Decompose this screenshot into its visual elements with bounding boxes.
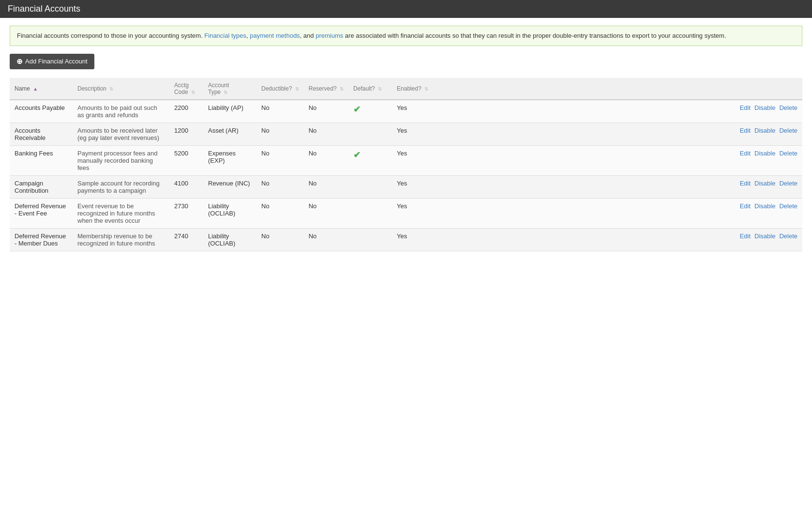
cell-name: Campaign Contribution	[10, 175, 73, 198]
info-text-before: Financial accounts correspond to those i…	[17, 32, 204, 39]
cell-description: Membership revenue to be recognized in f…	[73, 228, 169, 251]
disable-link[interactable]: Disable	[754, 104, 775, 111]
table-row: Banking FeesPayment processor fees and m…	[10, 145, 802, 175]
cell-actions: EditDisableDelete	[433, 198, 802, 228]
cell-default	[348, 123, 392, 145]
cell-enabled: Yes	[392, 175, 433, 198]
table-row: Deferred Revenue - Member DuesMembership…	[10, 228, 802, 251]
disable-link[interactable]: Disable	[754, 232, 775, 240]
cell-default	[348, 175, 392, 198]
table-header: Name ▲ Description ⇅ AcctgCode ⇅ Account…	[10, 78, 802, 100]
col-header-name[interactable]: Name ▲	[10, 78, 73, 100]
col-header-actions	[433, 78, 802, 100]
cell-deductible: No	[256, 123, 304, 145]
table-row: Accounts ReceivableAmounts to be receive…	[10, 123, 802, 145]
info-text-between2: , and	[300, 32, 316, 39]
cell-deductible: No	[256, 145, 304, 175]
premiums-link[interactable]: premiums	[316, 32, 343, 39]
table-row: Deferred Revenue - Event FeeEvent revenu…	[10, 198, 802, 228]
col-header-description[interactable]: Description ⇅	[73, 78, 169, 100]
cell-actions: EditDisableDelete	[433, 145, 802, 175]
edit-link[interactable]: Edit	[740, 104, 751, 111]
sort-arrows-deduct: ⇅	[295, 86, 299, 92]
checkmark-icon: ✔	[353, 150, 361, 160]
delete-link[interactable]: Delete	[779, 202, 797, 210]
col-header-reserved[interactable]: Reserved? ⇅	[304, 78, 348, 100]
cell-reserved: No	[304, 100, 348, 123]
cell-name: Deferred Revenue - Member Dues	[10, 228, 73, 251]
cell-description: Event revenue to be recognized in future…	[73, 198, 169, 228]
cell-reserved: No	[304, 198, 348, 228]
cell-enabled: Yes	[392, 145, 433, 175]
edit-link[interactable]: Edit	[740, 232, 751, 240]
financial-types-link[interactable]: Financial types	[204, 32, 246, 39]
cell-account-type: Liability (OCLIAB)	[203, 228, 256, 251]
col-header-default[interactable]: Default? ⇅	[348, 78, 392, 100]
financial-accounts-table: Name ▲ Description ⇅ AcctgCode ⇅ Account…	[10, 78, 802, 251]
cell-actions: EditDisableDelete	[433, 228, 802, 251]
add-financial-account-button[interactable]: ⊕ Add Financial Account	[10, 54, 94, 69]
cell-default	[348, 228, 392, 251]
cell-reserved: No	[304, 145, 348, 175]
cell-name: Deferred Revenue - Event Fee	[10, 198, 73, 228]
sort-arrows-desc: ⇅	[109, 86, 113, 92]
plus-icon: ⊕	[16, 57, 23, 66]
delete-link[interactable]: Delete	[779, 180, 797, 187]
sort-arrows-code: ⇅	[191, 90, 195, 95]
cell-deductible: No	[256, 175, 304, 198]
cell-reserved: No	[304, 228, 348, 251]
cell-acctg-code: 4100	[169, 175, 203, 198]
cell-account-type: Liability (AP)	[203, 100, 256, 123]
cell-deductible: No	[256, 228, 304, 251]
edit-link[interactable]: Edit	[740, 127, 751, 134]
cell-default: ✔	[348, 145, 392, 175]
edit-link[interactable]: Edit	[740, 202, 751, 210]
cell-name: Accounts Receivable	[10, 123, 73, 145]
cell-enabled: Yes	[392, 100, 433, 123]
cell-actions: EditDisableDelete	[433, 175, 802, 198]
cell-account-type: Liability (OCLIAB)	[203, 198, 256, 228]
disable-link[interactable]: Disable	[754, 150, 775, 157]
cell-enabled: Yes	[392, 198, 433, 228]
cell-acctg-code: 2740	[169, 228, 203, 251]
col-header-acctg-code[interactable]: AcctgCode ⇅	[169, 78, 203, 100]
disable-link[interactable]: Disable	[754, 127, 775, 134]
sort-arrows-default: ⇅	[378, 86, 382, 92]
sort-arrows-reserved: ⇅	[340, 86, 344, 92]
cell-actions: EditDisableDelete	[433, 100, 802, 123]
cell-reserved: No	[304, 175, 348, 198]
cell-description: Amounts to be received later (eg pay lat…	[73, 123, 169, 145]
cell-description: Amounts to be paid out such as grants an…	[73, 100, 169, 123]
sort-arrow-name: ▲	[33, 86, 38, 92]
edit-link[interactable]: Edit	[740, 150, 751, 157]
cell-description: Sample account for recording payments to…	[73, 175, 169, 198]
info-text-after: are associated with financial accounts s…	[343, 32, 726, 39]
cell-name: Accounts Payable	[10, 100, 73, 123]
cell-deductible: No	[256, 198, 304, 228]
col-header-enabled[interactable]: Enabled? ⇅	[392, 78, 433, 100]
table-row: Campaign ContributionSample account for …	[10, 175, 802, 198]
table-body: Accounts PayableAmounts to be paid out s…	[10, 100, 802, 251]
delete-link[interactable]: Delete	[779, 150, 797, 157]
cell-default: ✔	[348, 100, 392, 123]
cell-enabled: Yes	[392, 123, 433, 145]
col-header-account-type[interactable]: AccountType ⇅	[203, 78, 256, 100]
cell-acctg-code: 5200	[169, 145, 203, 175]
delete-link[interactable]: Delete	[779, 104, 797, 111]
edit-link[interactable]: Edit	[740, 180, 751, 187]
cell-account-type: Revenue (INC)	[203, 175, 256, 198]
cell-acctg-code: 2200	[169, 100, 203, 123]
col-header-deductible[interactable]: Deductible? ⇅	[256, 78, 304, 100]
delete-link[interactable]: Delete	[779, 232, 797, 240]
cell-reserved: No	[304, 123, 348, 145]
add-button-label: Add Financial Account	[25, 58, 88, 65]
disable-link[interactable]: Disable	[754, 202, 775, 210]
payment-methods-link[interactable]: payment methods	[250, 32, 300, 39]
info-box: Financial accounts correspond to those i…	[10, 26, 802, 46]
sort-arrows-enabled: ⇅	[424, 86, 428, 92]
disable-link[interactable]: Disable	[754, 180, 775, 187]
delete-link[interactable]: Delete	[779, 127, 797, 134]
cell-acctg-code: 2730	[169, 198, 203, 228]
cell-enabled: Yes	[392, 228, 433, 251]
checkmark-icon: ✔	[353, 105, 361, 114]
